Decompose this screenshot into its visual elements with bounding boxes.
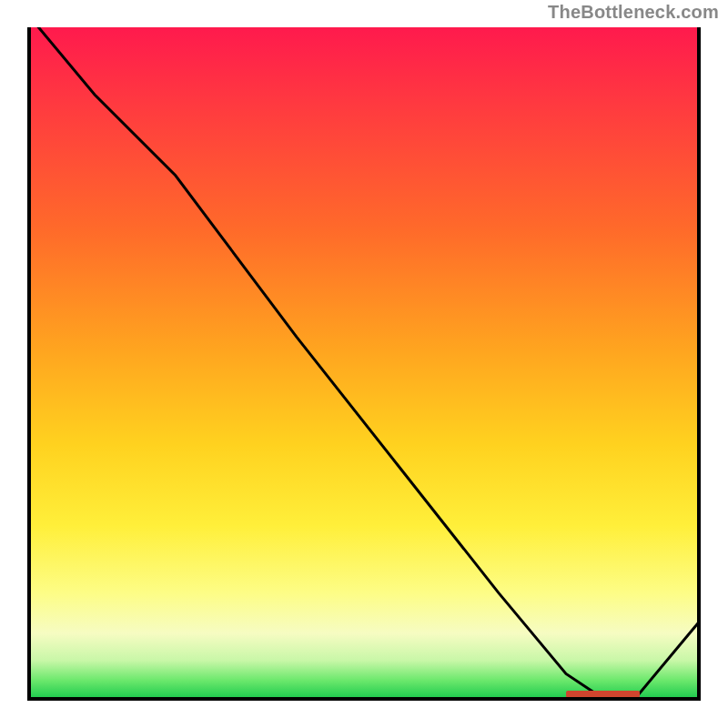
- curve-path: [27, 27, 701, 701]
- watermark-text: TheBottleneck.com: [548, 2, 719, 23]
- optimal-range-marker: [566, 691, 640, 698]
- curve-svg: [27, 27, 701, 701]
- chart-container: [27, 27, 701, 701]
